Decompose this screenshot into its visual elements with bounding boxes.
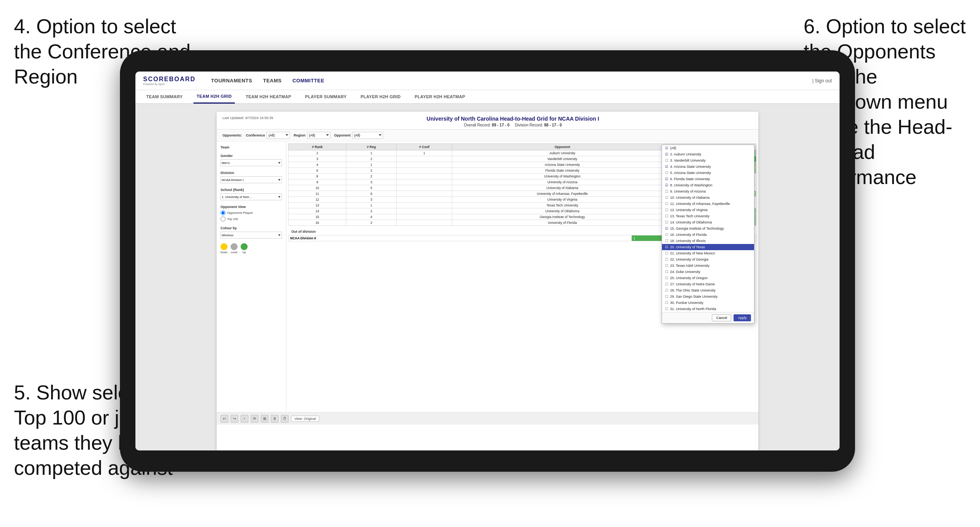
dropdown-item[interactable]: 30. Purdue University [662, 300, 754, 306]
subnav-team-summary[interactable]: TEAM SUMMARY [143, 90, 186, 104]
region-label: Region [294, 133, 306, 137]
sidebar-division-select[interactable]: NCAA Division I [221, 176, 282, 183]
dropdown-item[interactable]: 21. University of New Mexico [662, 250, 754, 256]
main-content: Last Updated: 4/7/2024 16:55:39 Universi… [135, 104, 840, 450]
col-rank: # Rank [289, 144, 346, 150]
dropdown-item[interactable]: 16. University of Florida [662, 232, 754, 238]
dropdown-item[interactable]: 22. University of Georgia [662, 256, 754, 263]
dropdown-item[interactable]: 18. University of Illinois [662, 238, 754, 244]
opponent-label: Opponent [334, 133, 351, 137]
report-meta: Last Updated: 4/7/2024 16:55:39 [222, 116, 273, 121]
conference-select[interactable]: (All) [267, 132, 290, 139]
nav-links: TOURNAMENTS TEAMS COMMITTEE [211, 78, 325, 84]
cancel-button[interactable]: Cancel [712, 314, 731, 321]
subnav-player-h2h-heatmap[interactable]: PLAYER H2H HEATMAP [412, 90, 469, 104]
dropdown-item[interactable]: 5. Arizona State University [662, 170, 754, 176]
sidebar-school-select[interactable]: 1. University of Nort... [221, 193, 282, 200]
nav-teams[interactable]: TEAMS [263, 78, 282, 84]
radio-opponents-played[interactable]: Opponents Played [221, 210, 282, 215]
report-header: Last Updated: 4/7/2024 16:55:39 Universi… [217, 112, 758, 130]
sidebar-colour-section: Colour by Win/loss [221, 226, 282, 239]
sidebar-team-section: Team [221, 145, 282, 149]
dropdown-item[interactable]: 3. Vanderbilt University [662, 157, 754, 164]
report-records: Overall Record: 89 - 17 - 0 Division Rec… [273, 123, 753, 127]
subnav-player-h2h-grid[interactable]: PLAYER H2H GRID [357, 90, 404, 104]
region-filter-group: Region (All) [294, 132, 330, 139]
legend-up: Up [241, 243, 248, 254]
conference-filter-group: Conference (All) [246, 132, 290, 139]
sidebar-school-section: School (Rank) 1. University of Nort... [221, 188, 282, 200]
subnav-team-h2h-heatmap[interactable]: TEAM H2H HEATMAP [243, 90, 294, 104]
toolbar-undo[interactable]: ↩ [221, 415, 228, 423]
sidebar-panel: Team Gender Men's Division NCAA Division… [217, 142, 286, 412]
report-container: Last Updated: 4/7/2024 16:55:39 Universi… [217, 112, 758, 450]
dropdown-item[interactable]: 31. University of North Florida [662, 306, 754, 312]
dropdown-item[interactable]: 2. Auburn University [662, 151, 754, 157]
nav-signout[interactable]: | Sign out [812, 78, 832, 84]
legend-level: Level [231, 243, 238, 254]
legend-up-dot [241, 243, 248, 250]
dropdown-item[interactable]: 11. University of Arkansas, Fayetteville [662, 201, 754, 207]
dropdown-item[interactable]: 25. University of Oregon [662, 275, 754, 281]
opponents-label: Opponents: [222, 133, 242, 137]
col-conf: # Conf [397, 144, 452, 150]
dropdown-item[interactable]: 9. University of Arizona [662, 188, 754, 194]
sidebar-opponent-view-section: Opponent View Opponents Played Top 100 [221, 205, 282, 222]
report-body: Team Gender Men's Division NCAA Division… [217, 142, 758, 412]
dropdown-item[interactable]: 8. University of Washington [662, 182, 754, 188]
sidebar-gender-label: Gender [221, 154, 282, 158]
toolbar-back[interactable]: ‹ [241, 415, 248, 423]
sidebar-division-label: Division [221, 171, 282, 175]
sidebar-colour-select[interactable]: Win/loss [221, 232, 282, 239]
report-title-area: University of North Carolina Head-to-Hea… [273, 116, 753, 127]
radio-group: Opponents Played Top 100 [221, 210, 282, 222]
dropdown-item[interactable]: 13. Texas Tech University [662, 213, 754, 219]
dropdown-item[interactable]: 12. University of Virginia [662, 207, 754, 213]
opponent-select[interactable]: (All) [352, 132, 383, 139]
sidebar-gender-select[interactable]: Men's [221, 159, 282, 166]
legend-level-dot [231, 243, 238, 250]
sidebar-opponent-view-label: Opponent View [221, 205, 282, 209]
dropdown-item[interactable]: 15. Georgia Institute of Technology [662, 225, 754, 232]
legend: Down Level Up [221, 243, 282, 254]
dropdown-item[interactable]: (All) [662, 145, 754, 151]
dropdown-item[interactable]: 24. Duke University [662, 269, 754, 275]
report-title: University of North Carolina Head-to-Hea… [273, 116, 753, 122]
nav-tournaments[interactable]: TOURNAMENTS [211, 78, 252, 84]
toolbar-clock[interactable]: ⏱ [281, 415, 289, 423]
dropdown-item[interactable]: 20. University of Texas [662, 244, 754, 250]
opponent-dropdown[interactable]: (All)2. Auburn University3. Vanderbilt U… [662, 145, 754, 324]
filters-row: Opponents: Conference (All) Region (All) [217, 130, 758, 142]
nav-committee[interactable]: COMMITTEE [292, 78, 325, 84]
dropdown-item[interactable]: 23. Texas A&M University [662, 263, 754, 269]
legend-down-dot [221, 243, 227, 250]
sidebar-team-label: Team [221, 145, 282, 149]
conference-label: Conference [246, 133, 265, 137]
toolbar-view-label: View: Original [291, 416, 319, 422]
legend-down: Down [221, 243, 227, 254]
region-select[interactable]: (All) [307, 132, 330, 139]
toolbar-pause[interactable]: ⏸ [271, 415, 279, 423]
subnav-player-summary[interactable]: PLAYER SUMMARY [302, 90, 350, 104]
dropdown-item[interactable]: 4. Arizona State University [662, 164, 754, 170]
apply-button[interactable]: Apply [734, 314, 751, 321]
dropdown-item[interactable]: 29. San Diego State University [662, 293, 754, 300]
dropdown-buttons: Cancel Apply [662, 312, 754, 323]
tablet-device: SCOREBOARD Powered by Sport TOURNAMENTS … [120, 50, 855, 472]
logo: SCOREBOARD Powered by Sport [143, 76, 196, 85]
dropdown-item[interactable]: 14. University of Oklahoma [662, 219, 754, 225]
sidebar-school-label: School (Rank) [221, 188, 282, 192]
dropdown-item[interactable]: 6. Florida State University [662, 176, 754, 182]
subnav-team-h2h-grid[interactable]: TEAM H2H GRID [193, 90, 235, 104]
radio-top100[interactable]: Top 100 [221, 217, 282, 222]
toolbar-refresh[interactable]: ⟳ [251, 415, 258, 423]
opponent-filter-group: Opponent (All) [334, 132, 383, 139]
dropdown-item[interactable]: 10. University of Alabama [662, 194, 754, 201]
toolbar-bottom: ↩ ↪ ‹ ⟳ ⊞ ⏸ ⏱ View: Original [217, 412, 758, 425]
toolbar-copy[interactable]: ⊞ [261, 415, 269, 423]
dropdown-item[interactable]: 28. The Ohio State University [662, 287, 754, 293]
sidebar-division-section: Division NCAA Division I [221, 171, 282, 183]
dropdown-item[interactable]: 27. University of Notre Dame [662, 281, 754, 287]
toolbar-redo[interactable]: ↪ [231, 415, 238, 423]
sidebar-colour-label: Colour by [221, 226, 282, 230]
